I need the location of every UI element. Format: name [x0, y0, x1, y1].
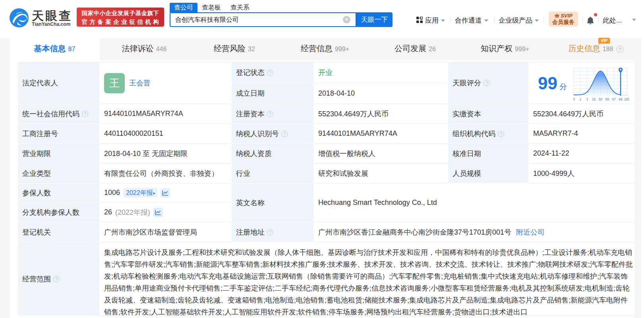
svg-text:3: 3 — [586, 97, 588, 101]
svg-text:85: 85 — [605, 97, 609, 101]
svg-text:0: 0 — [573, 97, 575, 101]
svg-text:99: 99 — [619, 97, 623, 101]
svg-text:15: 15 — [592, 97, 596, 101]
svg-text:100: 100 — [624, 97, 629, 101]
svg-text:50: 50 — [599, 97, 603, 101]
svg-text:97: 97 — [612, 97, 616, 101]
svg-text:1: 1 — [580, 97, 582, 101]
